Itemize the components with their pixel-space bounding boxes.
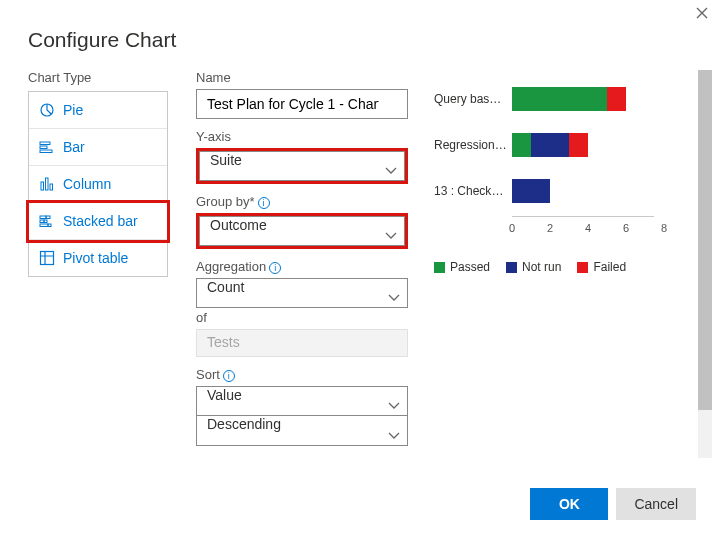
yaxis-label: Y-axis [196,129,408,144]
chart-type-list: Pie Bar Column [28,91,168,277]
svg-rect-9 [40,220,44,223]
sort-order-value: Descending [196,416,408,446]
close-icon[interactable] [696,6,708,22]
info-icon[interactable]: i [258,197,270,209]
svg-rect-13 [41,252,54,265]
chart-preview: Query based... Regression ... [434,76,664,274]
bar-track [512,87,664,111]
category-label: Regression ... [434,138,512,152]
bar-icon [39,139,55,155]
sort-label: Sorti [196,367,408,382]
chart-type-label-text: Pivot table [63,250,128,266]
svg-rect-1 [40,142,50,145]
of-label: of [196,310,408,325]
aggregation-value: Count [196,278,408,308]
bar-track [512,179,664,203]
sort-order-select[interactable]: Descending [196,416,408,446]
bar-segment-failed [569,133,588,157]
vertical-scrollbar[interactable] [698,70,712,458]
svg-rect-4 [41,182,44,190]
chart-config-form: Name Y-axis Suite Group by*i Outcome Agg… [196,70,408,458]
chart-type-label: Chart Type [28,70,168,85]
yaxis-select[interactable]: Suite [196,148,408,184]
x-axis: 0 2 4 6 8 [512,214,664,242]
category-label: Query based... [434,92,512,106]
chart-preview-area: Query based... Regression ... [434,70,718,458]
bar-track [512,133,664,157]
swatch-icon [434,262,445,273]
chart-type-pivot[interactable]: Pivot table [29,240,167,276]
info-icon[interactable]: i [269,262,281,274]
chart-type-column[interactable]: Column [29,166,167,203]
yaxis-value: Suite [199,151,405,181]
bar-segment-passed [512,133,531,157]
aggregation-select[interactable]: Count [196,278,408,308]
chart-type-label-text: Column [63,176,111,192]
legend-notrun: Not run [506,260,561,274]
groupby-value: Outcome [199,216,405,246]
svg-rect-5 [46,178,49,190]
bar-segment-passed [512,87,607,111]
legend-failed: Failed [577,260,626,274]
svg-rect-10 [44,220,47,223]
axis-tick: 6 [623,222,629,234]
chart-type-label-text: Pie [63,102,83,118]
stacked-bar-icon [39,213,55,229]
dialog-title: Configure Chart [0,0,718,70]
groupby-select[interactable]: Outcome [196,213,408,249]
bar-segment-notrun [512,179,550,203]
sort-primary-select[interactable]: Value [196,386,408,416]
aggregation-label: Aggregationi [196,259,408,274]
name-input[interactable] [196,89,408,119]
swatch-icon [577,262,588,273]
name-label: Name [196,70,408,85]
chart-bar-row: Regression ... [434,122,664,168]
legend-passed: Passed [434,260,490,274]
pivot-table-icon [39,250,55,266]
column-icon [39,176,55,192]
chart-type-label-text: Stacked bar [63,213,138,229]
svg-rect-6 [50,184,53,190]
axis-tick: 4 [585,222,591,234]
chart-type-label-text: Bar [63,139,85,155]
category-label: 13 : Checko... [434,184,512,198]
chart-legend: Passed Not run Failed [434,260,664,274]
of-input-disabled: Tests [196,329,408,357]
sort-primary-value: Value [196,386,408,416]
bar-segment-notrun [531,133,569,157]
svg-rect-3 [40,150,52,153]
axis-tick: 2 [547,222,553,234]
svg-rect-11 [40,224,48,227]
scrollbar-thumb[interactable] [698,70,712,410]
groupby-label: Group by*i [196,194,408,209]
chart-bar-row: 13 : Checko... [434,168,664,214]
info-icon[interactable]: i [223,370,235,382]
ok-button[interactable]: OK [530,488,608,520]
svg-rect-12 [48,224,51,227]
pie-icon [39,102,55,118]
axis-tick: 8 [661,222,667,234]
chart-type-bar[interactable]: Bar [29,129,167,166]
chart-type-stacked-bar[interactable]: Stacked bar [29,203,167,240]
configure-chart-dialog: Configure Chart Chart Type Pie Bar [0,0,718,538]
swatch-icon [506,262,517,273]
chart-bar-row: Query based... [434,76,664,122]
svg-rect-7 [40,216,46,219]
svg-rect-8 [46,216,50,219]
dialog-footer: OK Cancel [530,488,696,520]
cancel-button[interactable]: Cancel [616,488,696,520]
svg-rect-2 [40,146,47,149]
chart-type-panel: Chart Type Pie Bar [28,70,168,458]
chart-type-pie[interactable]: Pie [29,92,167,129]
axis-tick: 0 [509,222,515,234]
bar-segment-failed [607,87,626,111]
